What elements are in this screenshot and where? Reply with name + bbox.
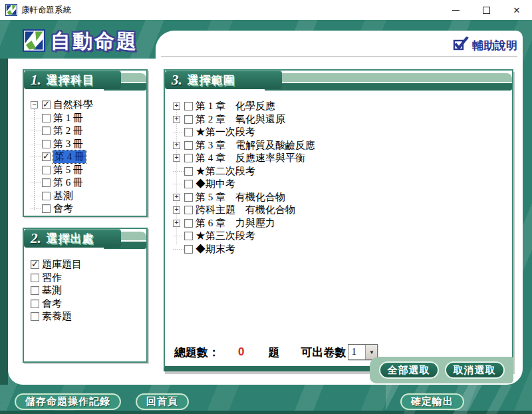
- help-link[interactable]: 輔助說明: [453, 37, 517, 55]
- checkbox-checked[interactable]: [31, 260, 39, 269]
- tree-item-label[interactable]: 第 3 章 電解質及酸鹼反應: [196, 139, 315, 152]
- minimize-button[interactable]: [440, 0, 471, 20]
- checkbox-checked[interactable]: [42, 101, 51, 109]
- tree-item-label[interactable]: 第 1 章 化學反應: [196, 100, 275, 112]
- tree-item-label[interactable]: 第 1 冊: [53, 112, 83, 124]
- panel3-title: 選擇範圍: [188, 73, 235, 88]
- subject-child-row: 基測: [31, 190, 144, 203]
- checkbox-unchecked[interactable]: [42, 114, 51, 122]
- tree-item-label[interactable]: ★第二次段考: [196, 165, 255, 178]
- checkbox-unchecked[interactable]: [31, 300, 39, 308]
- tree-item-label[interactable]: 第 2 章 氧化與還原: [196, 113, 285, 126]
- checkbox-unchecked[interactable]: [184, 167, 193, 176]
- home-button[interactable]: 回首頁: [136, 393, 189, 410]
- checkbox-unchecked[interactable]: [42, 192, 51, 200]
- checkbox-unchecked[interactable]: [42, 166, 51, 174]
- tree-item-label[interactable]: 第 3 冊: [53, 138, 83, 150]
- tree-connector: [173, 132, 184, 132]
- tree-item-label[interactable]: 素養題: [42, 310, 72, 323]
- expand-icon[interactable]: +: [173, 103, 180, 110]
- tree-item-label[interactable]: 第 4 章 反應速率與平衡: [196, 152, 305, 164]
- confirm-output-button[interactable]: 確定輸出: [400, 393, 464, 410]
- expand-icon[interactable]: +: [173, 116, 180, 123]
- source-row: 基測: [31, 284, 144, 298]
- checkbox-unchecked[interactable]: [42, 204, 51, 213]
- checkbox-unchecked[interactable]: [31, 312, 39, 321]
- checkbox-unchecked[interactable]: [184, 206, 193, 214]
- expand-icon[interactable]: +: [173, 142, 180, 149]
- close-button[interactable]: ✕: [501, 0, 532, 20]
- checkbox-unchecked[interactable]: [184, 102, 193, 110]
- checkbox-unchecked[interactable]: [31, 286, 39, 295]
- checkbox-unchecked[interactable]: [184, 245, 193, 254]
- checkbox-unchecked[interactable]: [184, 141, 193, 150]
- panel1-number: 1.: [31, 72, 41, 89]
- checkbox-unchecked[interactable]: [31, 274, 39, 282]
- tree-item-label[interactable]: 第 2 冊: [53, 124, 83, 137]
- scope-row: +第 5 章 有機化合物: [173, 191, 509, 204]
- app-logo-icon-large: [23, 29, 45, 55]
- left-edge-strip: [0, 59, 8, 385]
- tree-item-label[interactable]: 第 5 冊: [53, 164, 83, 176]
- tree-item-label[interactable]: ★第三次段考: [196, 230, 255, 242]
- panel3-number: 3.: [172, 72, 182, 89]
- source-checkbox-list: 題庫題目習作基測會考素養題: [31, 258, 144, 323]
- brand: 自動命題: [23, 28, 138, 55]
- expand-icon[interactable]: +: [173, 206, 180, 214]
- checkbox-checked[interactable]: [42, 152, 51, 161]
- scope-row: ◆期中考: [173, 178, 509, 191]
- checkbox-unchecked[interactable]: [184, 232, 193, 240]
- checkbox-unchecked[interactable]: [184, 219, 193, 228]
- header-divider: [161, 56, 517, 57]
- tree-item-label[interactable]: 會考: [42, 298, 62, 310]
- tree-item-label[interactable]: 第 5 章 有機化合物: [196, 191, 285, 204]
- tree-item-label[interactable]: 基測: [42, 284, 62, 297]
- tree-item-label[interactable]: 第 6 章 力與壓力: [196, 217, 275, 230]
- tree-item-label[interactable]: ◆期末考: [196, 243, 235, 256]
- total-questions-label: 總題數：: [174, 345, 219, 360]
- checkbox-unchecked[interactable]: [184, 180, 193, 188]
- tree-item-label[interactable]: 跨科主題 有機化合物: [196, 204, 295, 216]
- source-row: 會考: [31, 298, 144, 311]
- expand-icon[interactable]: +: [173, 194, 180, 201]
- panel1-header: 1. 選擇科目: [24, 71, 146, 92]
- tree-item-label[interactable]: 第 4 冊: [53, 150, 86, 163]
- tree-item-label[interactable]: 習作: [42, 272, 62, 284]
- tree-connector: [31, 182, 42, 183]
- tree-item-label[interactable]: 基測: [53, 190, 73, 202]
- select-all-button[interactable]: 全部選取: [379, 361, 439, 379]
- app-logo-icon: [5, 4, 17, 16]
- tree-connector: [31, 118, 42, 118]
- panel2-title: 選擇出處: [47, 231, 94, 246]
- checkbox-unchecked[interactable]: [184, 154, 193, 162]
- checkbox-unchecked[interactable]: [184, 193, 193, 202]
- save-record-button[interactable]: 儲存命題操作記錄: [15, 393, 121, 410]
- checkbox-unchecked[interactable]: [42, 140, 51, 148]
- tree-item-label[interactable]: 會考: [53, 202, 73, 215]
- tree-item-label[interactable]: 題庫題目: [42, 258, 82, 271]
- app-window: 康軒命題系統 ✕ 輔助說明 自動命題: [0, 0, 532, 414]
- tree-connector: [31, 170, 42, 170]
- subject-child-row: 第 2 冊: [31, 124, 144, 138]
- subject-child-row: 第 4 冊: [31, 150, 144, 164]
- tree-item-label[interactable]: 第 6 冊: [53, 176, 83, 189]
- checkbox-unchecked[interactable]: [42, 178, 51, 187]
- maximize-button[interactable]: [471, 0, 501, 20]
- collapse-icon[interactable]: −: [31, 101, 38, 108]
- subject-child-row: 第 5 冊: [31, 164, 144, 177]
- checkbox-unchecked[interactable]: [184, 115, 193, 124]
- tree-item-label[interactable]: ★第一次段考: [196, 126, 255, 138]
- paper-count-value: 1: [348, 345, 365, 359]
- panel-select-source: 2. 選擇出處 題庫題目習作基測會考素養題: [23, 228, 148, 363]
- checkbox-unchecked[interactable]: [184, 128, 193, 136]
- expand-icon[interactable]: +: [173, 220, 180, 227]
- expand-icon[interactable]: +: [173, 154, 180, 162]
- footer-bar: 儲存命題操作記錄 回首頁 確定輸出: [0, 385, 532, 414]
- scope-row: ★第二次段考: [173, 165, 509, 178]
- tree-connector: [31, 144, 42, 144]
- deselect-all-button[interactable]: 取消選取: [445, 361, 505, 379]
- tree-item-label[interactable]: 自然科學: [53, 99, 93, 111]
- checkbox-unchecked[interactable]: [42, 126, 51, 135]
- selection-buttons-tab: 全部選取 取消選取: [370, 357, 513, 383]
- tree-item-label[interactable]: ◆期中考: [196, 178, 235, 190]
